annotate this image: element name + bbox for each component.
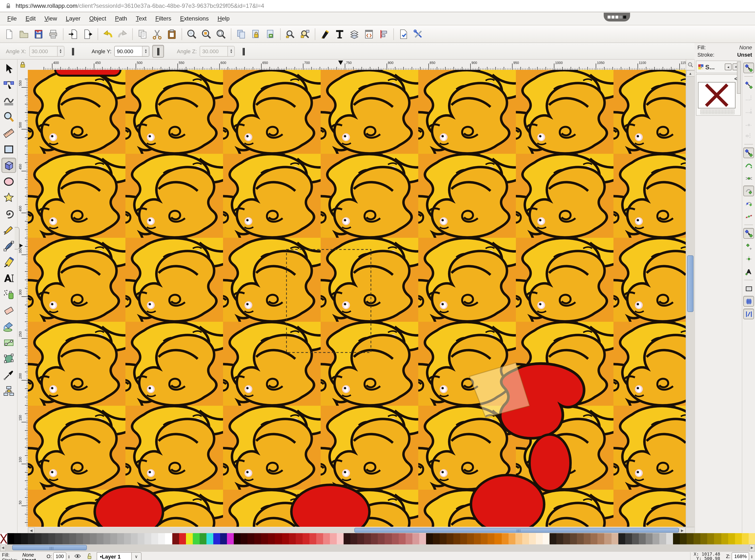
paste-button[interactable]	[164, 26, 179, 41]
new-document-button[interactable]	[2, 26, 17, 41]
angle-y-spinbox[interactable]: 90.000▲▼	[115, 46, 149, 56]
snap-text-baselines[interactable]	[743, 266, 754, 277]
palette-scroll-thumb[interactable]	[12, 545, 87, 550]
tool-zoom[interactable]	[1, 109, 16, 124]
open-folder-button[interactable]	[17, 26, 31, 41]
palette-scrollbar[interactable]: ◀ ▶	[0, 544, 755, 551]
palette-swatch[interactable]	[330, 533, 337, 544]
parallel-z-toggle[interactable]: ∥	[238, 45, 250, 57]
palette-swatch[interactable]	[399, 533, 405, 544]
collapse-arrow[interactable]: <	[697, 76, 739, 82]
snap-nodes[interactable]	[743, 147, 754, 158]
palette-swatch[interactable]	[295, 533, 302, 544]
palette-swatch[interactable]	[680, 533, 687, 544]
palette-swatch[interactable]	[62, 533, 69, 544]
browser-url-bar[interactable]: https://www.rollapp.com/client?sessionId…	[0, 0, 755, 12]
palette-swatch[interactable]	[323, 533, 330, 544]
palette-swatch[interactable]	[453, 533, 460, 544]
palette-swatch[interactable]	[550, 533, 556, 544]
tool-text[interactable]	[1, 271, 16, 286]
palette-swatch[interactable]	[206, 533, 213, 544]
palette-swatch[interactable]	[117, 533, 124, 544]
clone-button[interactable]	[248, 26, 263, 41]
snap-bbox-edge-midpoints[interactable]	[743, 118, 754, 128]
tool-measure[interactable]	[1, 125, 16, 141]
palette-swatch[interactable]	[433, 533, 440, 544]
palette-swatch[interactable]	[103, 533, 110, 544]
tool-selector[interactable]	[1, 61, 16, 76]
palette-swatch[interactable]	[659, 533, 666, 544]
snap-smooth-nodes[interactable]	[743, 198, 754, 209]
palette-swatch[interactable]	[138, 533, 144, 544]
horizontal-scrollbar[interactable]: ◀ ▶	[28, 527, 686, 534]
palette-swatch[interactable]	[247, 533, 254, 544]
palette-none-swatch[interactable]	[0, 533, 7, 544]
palette-swatch[interactable]	[508, 533, 515, 544]
palette-swatch[interactable]	[700, 533, 708, 544]
snap-others[interactable]	[743, 228, 754, 239]
vertical-scrollbar[interactable]: ▲ ▼	[686, 60, 694, 533]
palette-swatch[interactable]	[447, 533, 453, 544]
palette-swatch[interactable]	[495, 533, 502, 544]
palette-swatch[interactable]	[302, 533, 309, 544]
snap-grids[interactable]	[743, 296, 754, 306]
snap-cusp-nodes[interactable]	[743, 185, 754, 196]
detach-dialog-button[interactable]: ◂	[725, 63, 732, 70]
palette-swatch[interactable]	[728, 533, 735, 544]
palette-swatch[interactable]	[220, 533, 227, 544]
palette-swatch[interactable]	[598, 533, 605, 544]
snap-to-paths[interactable]	[743, 160, 754, 171]
palette-swatch[interactable]	[227, 533, 234, 544]
palette-swatch[interactable]	[735, 533, 741, 544]
palette-swatch[interactable]	[83, 533, 89, 544]
tool-connector[interactable]	[1, 383, 16, 398]
palette-swatch[interactable]	[254, 533, 261, 544]
palette-swatch[interactable]	[618, 533, 625, 544]
snap-bbox-centers[interactable]	[743, 131, 754, 141]
tool-dropper[interactable]	[1, 367, 16, 382]
palette-swatch[interactable]	[200, 533, 206, 544]
swatch-dot-row[interactable]	[700, 109, 735, 114]
palette-swatch[interactable]	[35, 533, 42, 544]
palette-swatch[interactable]	[151, 533, 158, 544]
palette-swatch[interactable]	[405, 533, 412, 544]
opacity-spinbox[interactable]: 100	[53, 552, 66, 560]
palette-swatch[interactable]	[97, 533, 103, 544]
snap-path-intersections[interactable]	[743, 173, 754, 184]
palette-swatch[interactable]	[653, 533, 659, 544]
palette-swatch[interactable]	[721, 533, 728, 544]
palette-swatch[interactable]	[90, 533, 97, 544]
palette-swatch[interactable]	[192, 533, 199, 544]
palette-swatch[interactable]	[522, 533, 529, 544]
menu-help[interactable]: Help	[213, 14, 234, 23]
opacity-spin-arrows[interactable]: ▲▼	[67, 554, 70, 558]
angle-y-spin-arrows[interactable]: ▲▼	[142, 46, 149, 56]
tool-node-editor[interactable]	[1, 77, 16, 92]
palette-swatch[interactable]	[440, 533, 447, 544]
palette-swatch[interactable]	[412, 533, 419, 544]
ruler-corner[interactable]	[18, 60, 28, 70]
palette-swatch[interactable]	[419, 533, 426, 544]
menu-filters[interactable]: Filters	[151, 14, 176, 23]
angle-z-spin-arrows[interactable]: ▲▼	[228, 46, 234, 56]
horizontal-ruler[interactable]: 4004505005506006507007508008509009501000…	[28, 60, 686, 70]
horizontal-scroll-thumb[interactable]	[354, 528, 679, 533]
tool-calligraphy[interactable]	[1, 254, 16, 269]
layers-button[interactable]	[347, 26, 362, 41]
menu-text[interactable]: Text	[131, 14, 151, 23]
tool-spray[interactable]	[1, 286, 16, 302]
zoom-selection-button[interactable]	[184, 26, 199, 41]
tool-pen[interactable]	[1, 238, 16, 254]
snap-bbox-edges[interactable]	[743, 92, 754, 103]
palette-swatch[interactable]	[14, 533, 21, 544]
palette-swatch[interactable]	[639, 533, 646, 544]
menu-extensions[interactable]: Extensions	[176, 14, 213, 23]
menu-edit[interactable]: Edit	[21, 14, 40, 23]
tool-gradient[interactable]	[1, 335, 16, 350]
angle-z-spinbox[interactable]: 30.000▲▼	[200, 46, 235, 56]
scroll-right-button[interactable]: ▶	[679, 527, 686, 534]
angle-x-spinbox[interactable]: 30.000▲▼	[29, 46, 64, 56]
swatches-dialog-titlebar[interactable]: S... ◂ ✕	[696, 61, 741, 73]
snap-object-centers[interactable]	[743, 241, 754, 252]
import-button[interactable]	[66, 26, 81, 41]
